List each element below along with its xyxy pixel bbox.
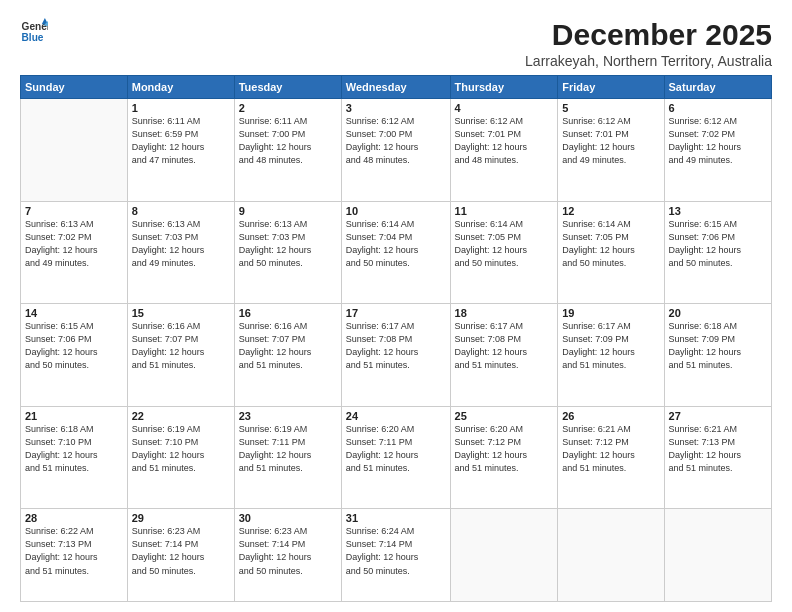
day-info: Sunrise: 6:23 AMSunset: 7:14 PMDaylight:… [239,525,337,577]
calendar-cell: 1Sunrise: 6:11 AMSunset: 6:59 PMDaylight… [127,99,234,202]
day-number: 28 [25,512,123,524]
day-info: Sunrise: 6:20 AMSunset: 7:12 PMDaylight:… [455,423,554,475]
day-header-wednesday: Wednesday [341,76,450,99]
day-info: Sunrise: 6:15 AMSunset: 7:06 PMDaylight:… [669,218,767,270]
calendar-cell: 18Sunrise: 6:17 AMSunset: 7:08 PMDayligh… [450,304,558,407]
day-info: Sunrise: 6:11 AMSunset: 6:59 PMDaylight:… [132,115,230,167]
calendar-cell: 22Sunrise: 6:19 AMSunset: 7:10 PMDayligh… [127,406,234,509]
calendar-table: SundayMondayTuesdayWednesdayThursdayFrid… [20,75,772,602]
day-number: 21 [25,410,123,422]
day-number: 1 [132,102,230,114]
day-info: Sunrise: 6:12 AMSunset: 7:02 PMDaylight:… [669,115,767,167]
day-info: Sunrise: 6:13 AMSunset: 7:03 PMDaylight:… [132,218,230,270]
day-info: Sunrise: 6:14 AMSunset: 7:05 PMDaylight:… [455,218,554,270]
calendar-cell: 23Sunrise: 6:19 AMSunset: 7:11 PMDayligh… [234,406,341,509]
calendar-cell [558,509,664,602]
day-number: 2 [239,102,337,114]
calendar-cell [664,509,771,602]
day-number: 25 [455,410,554,422]
day-info: Sunrise: 6:12 AMSunset: 7:01 PMDaylight:… [562,115,659,167]
week-row: 28Sunrise: 6:22 AMSunset: 7:13 PMDayligh… [21,509,772,602]
calendar-cell: 21Sunrise: 6:18 AMSunset: 7:10 PMDayligh… [21,406,128,509]
week-row: 21Sunrise: 6:18 AMSunset: 7:10 PMDayligh… [21,406,772,509]
calendar-cell: 28Sunrise: 6:22 AMSunset: 7:13 PMDayligh… [21,509,128,602]
day-info: Sunrise: 6:18 AMSunset: 7:09 PMDaylight:… [669,320,767,372]
day-info: Sunrise: 6:13 AMSunset: 7:03 PMDaylight:… [239,218,337,270]
day-info: Sunrise: 6:13 AMSunset: 7:02 PMDaylight:… [25,218,123,270]
day-number: 4 [455,102,554,114]
day-number: 24 [346,410,446,422]
calendar-cell [21,99,128,202]
day-info: Sunrise: 6:19 AMSunset: 7:11 PMDaylight:… [239,423,337,475]
calendar-cell: 17Sunrise: 6:17 AMSunset: 7:08 PMDayligh… [341,304,450,407]
calendar-cell: 5Sunrise: 6:12 AMSunset: 7:01 PMDaylight… [558,99,664,202]
calendar-cell: 31Sunrise: 6:24 AMSunset: 7:14 PMDayligh… [341,509,450,602]
calendar-cell: 27Sunrise: 6:21 AMSunset: 7:13 PMDayligh… [664,406,771,509]
day-number: 6 [669,102,767,114]
day-info: Sunrise: 6:12 AMSunset: 7:00 PMDaylight:… [346,115,446,167]
calendar-cell: 26Sunrise: 6:21 AMSunset: 7:12 PMDayligh… [558,406,664,509]
day-header-thursday: Thursday [450,76,558,99]
calendar-cell: 25Sunrise: 6:20 AMSunset: 7:12 PMDayligh… [450,406,558,509]
day-header-sunday: Sunday [21,76,128,99]
week-row: 1Sunrise: 6:11 AMSunset: 6:59 PMDaylight… [21,99,772,202]
day-info: Sunrise: 6:17 AMSunset: 7:09 PMDaylight:… [562,320,659,372]
day-info: Sunrise: 6:14 AMSunset: 7:04 PMDaylight:… [346,218,446,270]
day-number: 11 [455,205,554,217]
day-info: Sunrise: 6:20 AMSunset: 7:11 PMDaylight:… [346,423,446,475]
calendar-cell: 30Sunrise: 6:23 AMSunset: 7:14 PMDayligh… [234,509,341,602]
day-number: 14 [25,307,123,319]
day-info: Sunrise: 6:17 AMSunset: 7:08 PMDaylight:… [455,320,554,372]
day-info: Sunrise: 6:17 AMSunset: 7:08 PMDaylight:… [346,320,446,372]
day-header-monday: Monday [127,76,234,99]
calendar-cell: 29Sunrise: 6:23 AMSunset: 7:14 PMDayligh… [127,509,234,602]
subtitle: Larrakeyah, Northern Territory, Australi… [525,53,772,69]
day-number: 9 [239,205,337,217]
calendar-cell: 6Sunrise: 6:12 AMSunset: 7:02 PMDaylight… [664,99,771,202]
calendar-cell: 16Sunrise: 6:16 AMSunset: 7:07 PMDayligh… [234,304,341,407]
day-number: 12 [562,205,659,217]
day-info: Sunrise: 6:15 AMSunset: 7:06 PMDaylight:… [25,320,123,372]
day-info: Sunrise: 6:12 AMSunset: 7:01 PMDaylight:… [455,115,554,167]
day-number: 8 [132,205,230,217]
day-number: 23 [239,410,337,422]
calendar-cell: 4Sunrise: 6:12 AMSunset: 7:01 PMDaylight… [450,99,558,202]
day-number: 31 [346,512,446,524]
day-header-tuesday: Tuesday [234,76,341,99]
calendar-cell: 11Sunrise: 6:14 AMSunset: 7:05 PMDayligh… [450,201,558,304]
day-number: 10 [346,205,446,217]
svg-text:Blue: Blue [22,32,44,43]
calendar-cell: 20Sunrise: 6:18 AMSunset: 7:09 PMDayligh… [664,304,771,407]
calendar-cell: 10Sunrise: 6:14 AMSunset: 7:04 PMDayligh… [341,201,450,304]
day-number: 15 [132,307,230,319]
day-info: Sunrise: 6:22 AMSunset: 7:13 PMDaylight:… [25,525,123,577]
day-info: Sunrise: 6:11 AMSunset: 7:00 PMDaylight:… [239,115,337,167]
title-block: December 2025 Larrakeyah, Northern Terri… [525,18,772,69]
day-number: 18 [455,307,554,319]
day-info: Sunrise: 6:16 AMSunset: 7:07 PMDaylight:… [132,320,230,372]
day-info: Sunrise: 6:21 AMSunset: 7:12 PMDaylight:… [562,423,659,475]
day-number: 22 [132,410,230,422]
day-number: 30 [239,512,337,524]
calendar-body: 1Sunrise: 6:11 AMSunset: 6:59 PMDaylight… [21,99,772,602]
day-info: Sunrise: 6:24 AMSunset: 7:14 PMDaylight:… [346,525,446,577]
logo-icon: General Blue [20,18,48,46]
day-header-friday: Friday [558,76,664,99]
day-info: Sunrise: 6:21 AMSunset: 7:13 PMDaylight:… [669,423,767,475]
calendar-page: General Blue December 2025 Larrakeyah, N… [0,0,792,612]
calendar-cell: 9Sunrise: 6:13 AMSunset: 7:03 PMDaylight… [234,201,341,304]
calendar-cell: 2Sunrise: 6:11 AMSunset: 7:00 PMDaylight… [234,99,341,202]
day-info: Sunrise: 6:14 AMSunset: 7:05 PMDaylight:… [562,218,659,270]
day-number: 27 [669,410,767,422]
logo: General Blue [20,18,48,46]
main-title: December 2025 [525,18,772,51]
week-row: 7Sunrise: 6:13 AMSunset: 7:02 PMDaylight… [21,201,772,304]
day-number: 7 [25,205,123,217]
calendar-cell: 8Sunrise: 6:13 AMSunset: 7:03 PMDaylight… [127,201,234,304]
calendar-cell: 3Sunrise: 6:12 AMSunset: 7:00 PMDaylight… [341,99,450,202]
day-header-saturday: Saturday [664,76,771,99]
calendar-cell: 14Sunrise: 6:15 AMSunset: 7:06 PMDayligh… [21,304,128,407]
day-info: Sunrise: 6:19 AMSunset: 7:10 PMDaylight:… [132,423,230,475]
calendar-cell: 19Sunrise: 6:17 AMSunset: 7:09 PMDayligh… [558,304,664,407]
calendar-cell: 7Sunrise: 6:13 AMSunset: 7:02 PMDaylight… [21,201,128,304]
